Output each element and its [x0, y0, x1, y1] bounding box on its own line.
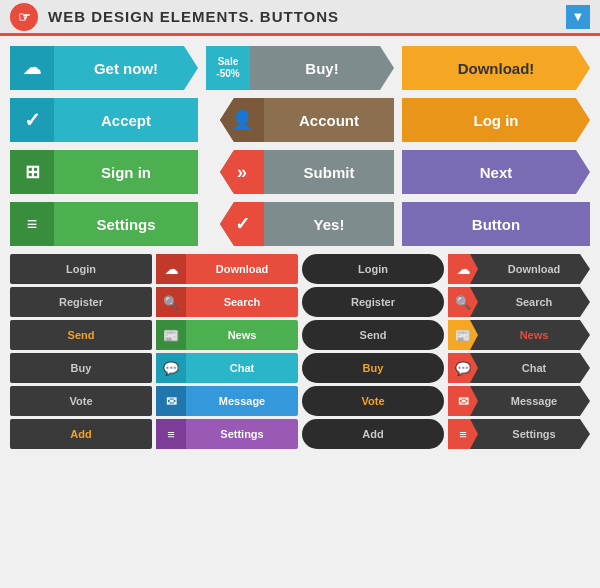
cloud-download-icon: ☁	[156, 254, 186, 284]
send-dark-button[interactable]: Send	[10, 320, 152, 350]
top-buttons-grid: ☁ Get now! Sale -50% Buy! Download! ✓ Ac…	[10, 46, 590, 246]
bottom-col3: Login Register Send Buy Vote Add	[302, 254, 444, 449]
vote-dark-button[interactable]: Vote	[10, 386, 152, 416]
accept-label: Accept	[54, 112, 198, 129]
account-button[interactable]: 👤 Account	[220, 98, 394, 142]
login-label: Log in	[402, 112, 590, 129]
settings-notch-icon: ≡	[448, 419, 478, 449]
login-dark-button[interactable]: Login	[10, 254, 152, 284]
settings-top-button[interactable]: ≡ Settings	[10, 202, 198, 246]
download-icon-button[interactable]: ☁ Download	[156, 254, 298, 284]
yes-button[interactable]: ✓ Yes!	[220, 202, 394, 246]
download-arrow-button[interactable]: ☁ Download	[448, 254, 590, 284]
news-arrow-button[interactable]: 📰 News	[448, 320, 590, 350]
news-icon-button[interactable]: 📰 News	[156, 320, 298, 350]
hamburger-icon: ≡	[10, 202, 54, 246]
download-label: Download!	[402, 60, 590, 77]
add-round-button[interactable]: Add	[302, 419, 444, 449]
header: ☞ WEB DESIGN ELEMENTS. BUTTONS ▼	[0, 0, 600, 36]
send-round-button[interactable]: Send	[302, 320, 444, 350]
button-label: Button	[402, 216, 590, 233]
buy-button[interactable]: Sale -50% Buy!	[206, 46, 394, 90]
settings-icon-button[interactable]: ≡ Settings	[156, 419, 298, 449]
account-label: Account	[264, 112, 394, 129]
next-label: Next	[402, 164, 590, 181]
login-round-button[interactable]: Login	[302, 254, 444, 284]
news-icon: 📰	[156, 320, 186, 350]
yes-label: Yes!	[264, 216, 394, 233]
buy-label: Buy!	[250, 60, 394, 77]
bottom-col2: ☁ Download 🔍 Search 📰 News 💬 Chat ✉ Mess…	[156, 254, 298, 449]
search-icon-button[interactable]: 🔍 Search	[156, 287, 298, 317]
dl-notch-icon: ☁	[448, 254, 478, 284]
signin-button[interactable]: ⊞ Sign in	[10, 150, 198, 194]
bottom-col4: ☁ Download 🔍 Search 📰 News 💬 Chat ✉ Mess…	[448, 254, 590, 449]
submit-button[interactable]: » Submit	[220, 150, 394, 194]
message-arrow-button[interactable]: ✉ Message	[448, 386, 590, 416]
message-icon-button[interactable]: ✉ Message	[156, 386, 298, 416]
buy-dark-button[interactable]: Buy	[10, 353, 152, 383]
msg-notch-icon: ✉	[448, 386, 478, 416]
next-button[interactable]: Next	[402, 150, 590, 194]
bottom-buttons-section: Login Register Send Buy Vote Add ☁ Downl…	[10, 254, 590, 449]
download-header-button[interactable]: ▼	[566, 5, 590, 29]
settings-arrow-button[interactable]: ≡ Settings	[448, 419, 590, 449]
register-round-button[interactable]: Register	[302, 287, 444, 317]
search-icon: 🔍	[156, 287, 186, 317]
envelope-icon: ✉	[156, 386, 186, 416]
chat-arrow-button[interactable]: 💬 Chat	[448, 353, 590, 383]
settings-icon: ≡	[156, 419, 186, 449]
chat-notch-icon: 💬	[448, 353, 478, 383]
accept-button[interactable]: ✓ Accept	[10, 98, 198, 142]
settings-top-label: Settings	[54, 216, 198, 233]
signin-label: Sign in	[54, 164, 198, 181]
get-now-label: Get now!	[54, 60, 198, 77]
page-title: WEB DESIGN ELEMENTS. BUTTONS	[48, 8, 566, 25]
submit-label: Submit	[264, 164, 394, 181]
buy-round-button[interactable]: Buy	[302, 353, 444, 383]
news-notch-icon: 📰	[448, 320, 478, 350]
user-icon: 👤	[220, 98, 264, 142]
bottom-col1: Login Register Send Buy Vote Add	[10, 254, 152, 449]
add-dark-button[interactable]: Add	[10, 419, 152, 449]
vote-round-button[interactable]: Vote	[302, 386, 444, 416]
main-content: ☁ Get now! Sale -50% Buy! Download! ✓ Ac…	[0, 36, 600, 455]
login-button[interactable]: Log in	[402, 98, 590, 142]
yes-check-icon: ✓	[220, 202, 264, 246]
chat-icon-button[interactable]: 💬 Chat	[156, 353, 298, 383]
search-notch-icon: 🔍	[448, 287, 478, 317]
download-button[interactable]: Download!	[402, 46, 590, 90]
sale-badge: Sale -50%	[206, 46, 250, 90]
signin-icon: ⊞	[10, 150, 54, 194]
cloud-icon: ☁	[10, 46, 54, 90]
generic-button[interactable]: Button	[402, 202, 590, 246]
chevron-icon: »	[220, 150, 264, 194]
chat-icon: 💬	[156, 353, 186, 383]
get-now-button[interactable]: ☁ Get now!	[10, 46, 198, 90]
search-arrow-button[interactable]: 🔍 Search	[448, 287, 590, 317]
register-dark-button[interactable]: Register	[10, 287, 152, 317]
check-icon: ✓	[10, 98, 54, 142]
header-icon: ☞	[10, 3, 38, 31]
